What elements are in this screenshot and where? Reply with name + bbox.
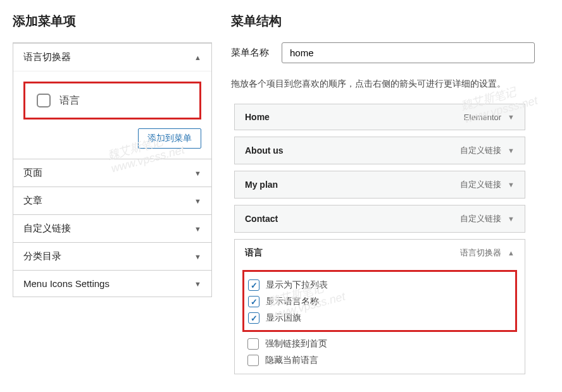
add-to-menu-button[interactable]: 添加到菜单 xyxy=(138,128,201,149)
chevron-down-icon: ▼ xyxy=(194,197,201,205)
menu-name-input[interactable] xyxy=(282,42,535,63)
chevron-down-icon: ▼ xyxy=(194,253,201,260)
chevron-down-icon: ▼ xyxy=(194,225,201,233)
drag-hint-text: 拖放各个项目到您喜欢的顺序，点击右侧的箭头可进行更详细的设置。 xyxy=(231,78,556,90)
option-label: 隐藏当前语言 xyxy=(265,355,318,366)
checkbox-unchecked-icon[interactable] xyxy=(247,338,259,350)
option-label: 显示语言名称 xyxy=(266,296,319,307)
accordion-menu-icons[interactable]: Menu Icons Settings ▼ xyxy=(13,270,211,297)
option-label: 显示为下拉列表 xyxy=(266,279,328,291)
accordion-categories[interactable]: 分类目录 ▼ xyxy=(13,242,211,270)
checkbox-checked-icon[interactable]: ✓ xyxy=(248,312,259,324)
accordion-posts[interactable]: 文章 ▼ xyxy=(13,187,211,214)
checkbox-unchecked-icon[interactable] xyxy=(247,355,259,366)
accordion-label: 文章 xyxy=(23,195,42,207)
menu-item-title: Home xyxy=(245,112,270,122)
accordion-label: Menu Icons Settings xyxy=(23,278,109,289)
menu-item-title: My plan xyxy=(245,180,278,190)
menu-item-type: 自定义链接 xyxy=(460,213,501,224)
menu-item-home[interactable]: Home Elementor▼ xyxy=(234,104,525,130)
menu-item-title: 语言 xyxy=(245,247,263,259)
chevron-up-icon: ▲ xyxy=(194,54,201,61)
menu-source-accordion: 魏艾斯笔记www.vpsss.net 语言切换器 ▲ 语言 添加到菜单 页面 ▼… xyxy=(13,42,212,297)
menu-item-about[interactable]: About us 自定义链接▼ xyxy=(234,137,525,164)
accordion-label: 语言切换器 xyxy=(23,51,71,63)
menu-item-type: Elementor xyxy=(464,113,501,122)
language-checkbox-row[interactable]: 语言 xyxy=(23,82,201,119)
option-hide-current[interactable]: 隐藏当前语言 xyxy=(246,352,513,369)
accordion-lang-switcher[interactable]: 语言切换器 ▲ xyxy=(13,43,211,71)
chevron-down-icon: ▼ xyxy=(194,169,201,177)
chevron-down-icon: ▼ xyxy=(508,147,515,154)
accordion-pages[interactable]: 页面 ▼ xyxy=(13,159,211,187)
accordion-label: 自定义链接 xyxy=(23,223,71,235)
option-force-home[interactable]: 强制链接到首页 xyxy=(246,336,513,352)
menu-item-language-body: ✓ 显示为下拉列表 ✓ 显示语言名称 ✓ 显示国旗 xyxy=(234,266,525,374)
checkbox-checked-icon[interactable]: ✓ xyxy=(248,279,259,291)
option-show-names[interactable]: ✓ 显示语言名称 xyxy=(247,293,513,310)
accordion-body-lang: 语言 添加到菜单 xyxy=(13,71,211,159)
menu-item-type: 自定义链接 xyxy=(460,179,501,190)
menu-item-language[interactable]: 语言 语言切换器▲ xyxy=(234,239,525,266)
chevron-down-icon: ▼ xyxy=(508,215,515,223)
menu-structure-heading: 菜单结构 xyxy=(231,13,556,30)
menu-items-list: Home Elementor▼ About us 自定义链接▼ My plan … xyxy=(231,104,556,374)
option-show-flags[interactable]: ✓ 显示国旗 xyxy=(247,310,513,326)
menu-name-label: 菜单名称 xyxy=(231,47,269,59)
menu-item-title: Contact xyxy=(245,214,278,224)
menu-item-myplan[interactable]: My plan 自定义链接▼ xyxy=(234,171,525,199)
menu-item-title: About us xyxy=(245,145,284,156)
chevron-down-icon: ▼ xyxy=(508,113,515,121)
highlighted-options: ✓ 显示为下拉列表 ✓ 显示语言名称 ✓ 显示国旗 xyxy=(242,270,517,332)
chevron-down-icon: ▼ xyxy=(508,181,515,188)
chevron-up-icon: ▲ xyxy=(508,249,515,257)
menu-item-type: 自定义链接 xyxy=(460,145,501,156)
language-checkbox[interactable] xyxy=(37,94,51,107)
accordion-label: 分类目录 xyxy=(23,250,61,262)
add-menu-items-heading: 添加菜单项 xyxy=(13,13,212,30)
checkbox-checked-icon[interactable]: ✓ xyxy=(248,296,259,307)
accordion-label: 页面 xyxy=(23,167,42,179)
language-checkbox-label: 语言 xyxy=(59,94,80,107)
accordion-custom-links[interactable]: 自定义链接 ▼ xyxy=(13,214,211,242)
option-label: 强制链接到首页 xyxy=(265,338,327,350)
option-dropdown[interactable]: ✓ 显示为下拉列表 xyxy=(247,277,513,293)
option-label: 显示国旗 xyxy=(266,312,301,324)
menu-item-type: 语言切换器 xyxy=(460,247,501,259)
chevron-down-icon: ▼ xyxy=(194,280,201,288)
menu-item-contact[interactable]: Contact 自定义链接▼ xyxy=(234,205,525,233)
